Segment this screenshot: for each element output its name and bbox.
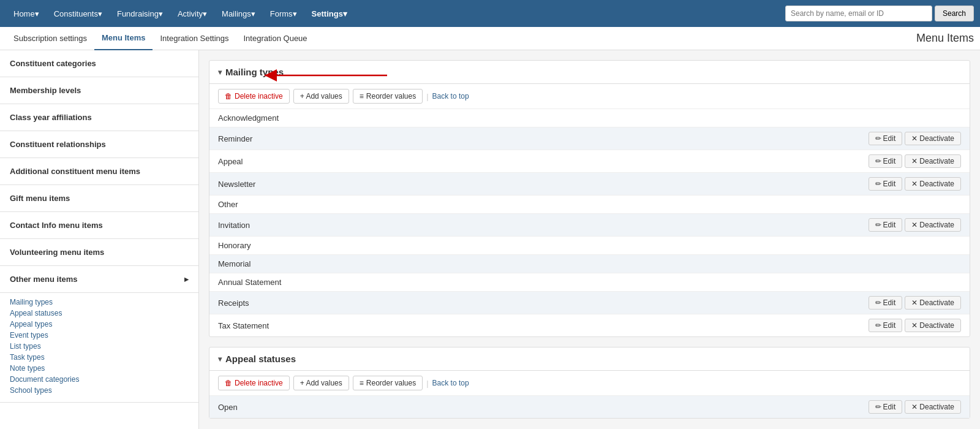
add-values-button[interactable]: + Add values (293, 89, 349, 104)
item-label: Memorial (218, 259, 961, 268)
item-label: Annual Statement (218, 278, 961, 287)
sidebar-item-gift-menu[interactable]: Gift menu items (0, 185, 198, 212)
edit-button[interactable]: ✏ Edit (869, 177, 903, 191)
sublink-mailing-types[interactable]: Mailing types (10, 297, 189, 308)
item-actions: ✏ Edit ✕ Deactivate (869, 296, 961, 309)
search-input[interactable] (785, 6, 932, 21)
appeal-statuses-header: ▾ Appeal statuses (209, 347, 970, 371)
subnav-menu-items[interactable]: Menu Items (94, 27, 153, 50)
cross-icon: ✕ (911, 134, 918, 143)
sidebar-item-membership-levels[interactable]: Membership levels (0, 77, 198, 104)
back-to-top-link[interactable]: Back to top (432, 92, 469, 101)
cross-icon: ✕ (911, 298, 918, 307)
edit-button[interactable]: ✏ Edit (869, 319, 903, 332)
chevron-down-icon: ▾ (159, 9, 163, 18)
deactivate-button[interactable]: ✕ Deactivate (905, 319, 961, 332)
mailing-types-title: Mailing types (225, 67, 284, 77)
table-row: Invitation ✏ Edit ✕ Deactivate (209, 214, 970, 237)
sidebar-item-constituent-relationships[interactable]: Constituent relationships (0, 131, 198, 158)
item-label: Invitation (218, 221, 869, 230)
nav-forms[interactable]: Forms ▾ (263, 0, 304, 27)
sublink-appeal-statuses[interactable]: Appeal statuses (10, 308, 189, 319)
sublink-note-types[interactable]: Note types (10, 363, 189, 374)
reorder-icon: ≡ (360, 92, 364, 101)
search-button[interactable]: Search (935, 6, 974, 21)
chevron-right-icon: ▸ (184, 275, 189, 284)
table-row: Memorial (209, 255, 970, 273)
edit-button[interactable]: ✏ Edit (869, 400, 903, 414)
item-actions: ✏ Edit ✕ Deactivate (869, 154, 961, 168)
edit-button[interactable]: ✏ Edit (869, 132, 903, 145)
chevron-down-icon: ▾ (293, 9, 297, 18)
trash-icon: 🗑 (225, 379, 232, 387)
deactivate-button[interactable]: ✕ Deactivate (905, 218, 961, 232)
cross-icon: ✕ (911, 180, 918, 188)
item-actions: ✏ Edit ✕ Deactivate (869, 319, 961, 332)
add-values-button[interactable]: + Add values (293, 376, 349, 390)
sublink-event-types[interactable]: Event types (10, 330, 189, 341)
table-row: Newsletter ✏ Edit ✕ Deactivate (209, 173, 970, 196)
chevron-down-icon: ▾ (98, 9, 102, 18)
edit-button[interactable]: ✏ Edit (869, 218, 903, 232)
delete-inactive-button[interactable]: 🗑 Delete inactive (218, 376, 290, 390)
sublink-appeal-types[interactable]: Appeal types (10, 319, 189, 330)
deactivate-button[interactable]: ✕ Deactivate (905, 154, 961, 168)
deactivate-button[interactable]: ✕ Deactivate (905, 132, 961, 145)
page-title: Menu Items (916, 32, 974, 45)
trash-icon: 🗑 (225, 92, 232, 101)
sublink-list-types[interactable]: List types (10, 341, 189, 352)
nav-constituents[interactable]: Constituents ▾ (47, 0, 110, 27)
table-row: Tax Statement ✏ Edit ✕ Deactivate (209, 314, 970, 336)
sidebar-item-other-menu[interactable]: Other menu items ▸ (0, 266, 198, 293)
item-actions: ✏ Edit ✕ Deactivate (869, 177, 961, 191)
search-area: Search (785, 6, 974, 21)
pencil-icon: ✏ (875, 157, 881, 165)
table-row: Annual Statement (209, 273, 970, 292)
nav-home[interactable]: Home ▾ (6, 0, 47, 27)
cross-icon: ✕ (911, 157, 918, 165)
sidebar-item-additional-constituent[interactable]: Additional constituent menu items (0, 158, 198, 185)
mailing-types-toolbar: 🗑 Delete inactive + Add values ≡ Reorder… (209, 84, 970, 109)
subnav-integration-settings[interactable]: Integration Settings (153, 27, 236, 50)
table-row: Appeal ✏ Edit ✕ Deactivate (209, 150, 970, 173)
cross-icon: ✕ (911, 221, 918, 229)
edit-button[interactable]: ✏ Edit (869, 154, 903, 168)
sidebar-sublinks: Mailing types Appeal statuses Appeal typ… (0, 293, 198, 403)
chevron-down-icon: ▾ (203, 9, 207, 18)
item-label: Tax Statement (218, 321, 869, 330)
appeal-statuses-section: ▾ Appeal statuses 🗑 Delete inactive + Ad… (209, 347, 970, 419)
nav-fundraising[interactable]: Fundraising ▾ (110, 0, 170, 27)
table-row: Honorary (209, 237, 970, 255)
main-content: ▾ Mailing types 🗑 (199, 50, 980, 429)
table-row: Receipts ✏ Edit ✕ Deactivate (209, 292, 970, 314)
back-to-top-link[interactable]: Back to top (432, 379, 469, 387)
appeal-statuses-title: Appeal statuses (225, 354, 296, 364)
item-label: Acknowledgment (218, 113, 961, 123)
sidebar-item-constituent-categories[interactable]: Constituent categories (0, 50, 198, 77)
nav-activity[interactable]: Activity ▾ (170, 0, 214, 27)
nav-settings[interactable]: Settings ▾ (304, 0, 355, 27)
pencil-icon: ✏ (875, 321, 881, 330)
reorder-values-button[interactable]: ≡ Reorder values (353, 376, 423, 390)
subnav-subscription[interactable]: Subscription settings (6, 27, 94, 50)
table-row: Open ✏ Edit ✕ Deactivate (209, 396, 970, 418)
mailing-types-header: ▾ Mailing types (209, 61, 970, 84)
reorder-values-button[interactable]: ≡ Reorder values (353, 89, 423, 104)
item-label: Other (218, 200, 961, 209)
sublink-document-categories[interactable]: Document categories (10, 374, 189, 385)
deactivate-button[interactable]: ✕ Deactivate (905, 296, 961, 309)
delete-inactive-button[interactable]: 🗑 Delete inactive (218, 89, 290, 104)
mailing-types-section: ▾ Mailing types 🗑 (209, 60, 970, 337)
item-label: Newsletter (218, 180, 869, 189)
sublink-school-types[interactable]: School types (10, 385, 189, 396)
nav-mailings[interactable]: Mailings ▾ (214, 0, 263, 27)
deactivate-button[interactable]: ✕ Deactivate (905, 177, 961, 191)
subnav-integration-queue[interactable]: Integration Queue (236, 27, 315, 50)
edit-button[interactable]: ✏ Edit (869, 296, 903, 309)
divider: | (426, 379, 428, 388)
deactivate-button[interactable]: ✕ Deactivate (905, 400, 961, 414)
sublink-task-types[interactable]: Task types (10, 352, 189, 363)
sidebar-item-contact-info[interactable]: Contact Info menu items (0, 212, 198, 239)
sidebar-item-class-year[interactable]: Class year affiliations (0, 104, 198, 131)
sidebar-item-volunteering[interactable]: Volunteering menu items (0, 239, 198, 266)
